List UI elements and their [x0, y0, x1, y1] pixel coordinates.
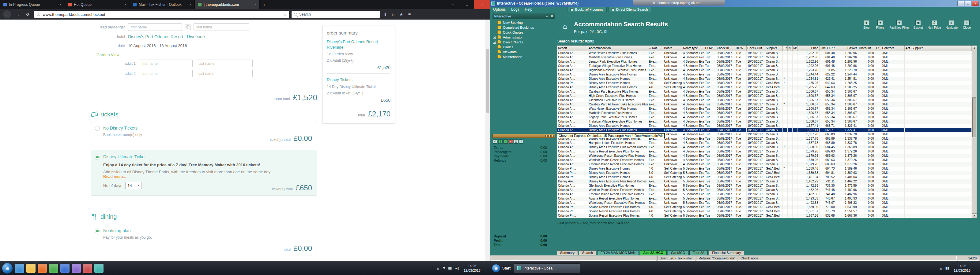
search-box[interactable] [291, 11, 380, 18]
result-row[interactable]: Orlando Ar... Aviana Resort Executive Pl… [557, 196, 972, 201]
result-row[interactable]: Orlando Pri... Disney Area Executive Hom… [557, 171, 972, 175]
column-header[interactable]: Check In [716, 46, 735, 51]
undo-icon[interactable]: ↺ [493, 139, 497, 144]
column-header[interactable]: Basket [836, 46, 858, 51]
toolbar-tool[interactable]: ▼ Filters [875, 20, 885, 29]
window-close-button[interactable]: × [474, 0, 490, 9]
result-row[interactable]: Orlando Ar... Disney Area Executive Plus… [557, 73, 972, 77]
toolbar-tool[interactable]: ► Navigate [946, 20, 958, 29]
tree-item[interactable]: + Maintenance [493, 54, 554, 59]
financial-panel-header[interactable] [492, 134, 555, 138]
booking-tab[interactable]: Tour 2A [689, 250, 708, 255]
search-input[interactable] [299, 12, 377, 16]
app-close-button[interactable]: × [972, 1, 979, 6]
bookmark-star-icon[interactable]: ☆ [283, 12, 286, 17]
result-row[interactable]: Orlando Ar... West Haven Executive Plus … [557, 107, 972, 111]
panel-button-icon[interactable] [546, 135, 547, 137]
tree-panel-header[interactable]: Interactive ▲ ✕ [492, 13, 555, 19]
column-header[interactable]: Discount [858, 46, 875, 51]
menu-item[interactable]: Options [493, 7, 506, 12]
result-row[interactable]: Orlando Ar... Disney Area Executive Plus… [557, 128, 972, 132]
tab-close-icon[interactable]: × [254, 2, 256, 7]
browser-tab[interactable]: Mail - Tex Fisher - Outlook × [130, 0, 195, 9]
column-header[interactable]: Supplier [765, 46, 783, 51]
page-scrollbar-thumb[interactable] [486, 49, 489, 113]
action-center-flag-icon[interactable]: ⚑ [442, 266, 445, 270]
pin-icon[interactable]: ◉ [652, 1, 655, 4]
result-row[interactable]: Orlando Ar... High Grove Executive Plus … [557, 94, 972, 98]
adult2-first-name-input[interactable] [139, 70, 192, 77]
result-row[interactable]: Orlando Ar... Disney Area Executive Plus… [557, 85, 972, 90]
forward-button[interactable]: → [13, 10, 21, 18]
result-row[interactable]: Orlando Pri... Disney Area Executive Hom… [557, 166, 972, 171]
back-button[interactable]: ← [3, 10, 11, 18]
read-more-link[interactable]: Read more... [103, 174, 126, 179]
tree-item[interactable]: + Completed Bookings [493, 25, 554, 30]
column-header[interactable]: Incl.FLPP [819, 46, 836, 51]
network-icon[interactable]: ▮▮ [448, 266, 452, 270]
money-icon[interactable]: $ [498, 139, 503, 144]
result-row[interactable]: Orlando Ar... Legacy Park Executive Plus… [557, 60, 972, 64]
result-row[interactable]: Orlando Pri... Solana Resort Executive P… [557, 209, 972, 213]
result-row[interactable]: Orlando Ar... Calabay Parc Executive Plu… [557, 90, 972, 94]
result-row[interactable]: Orlando Ar... Highlands Reserve Executiv… [557, 68, 972, 73]
adult2-last-name-input[interactable] [196, 70, 253, 77]
volume-icon[interactable]: ◄) [455, 266, 459, 270]
app-minimize-button[interactable]: – [957, 1, 964, 6]
column-header[interactable]: Accommodation [588, 46, 648, 51]
app-maximize-button[interactable]: □ [965, 1, 971, 6]
booking-tab[interactable]: Car MCO [668, 250, 689, 255]
result-row[interactable]: Orlando Ar... Trafalgar Village Executiv… [557, 120, 972, 124]
toolbar-tool[interactable]: ▼ Facilities Filter [889, 20, 909, 29]
page-scrollbar[interactable] [485, 19, 490, 261]
address-bar[interactable]: ⓘ www.themeparkbeds.com/checkout ☆ [34, 11, 289, 18]
tree-item[interactable]: + Direct Clients [493, 40, 554, 44]
result-row[interactable]: Orlando Ar... Windsor Palms Resort Execu… [557, 158, 972, 162]
result-row[interactable]: Orlando Ar... Calabay Parc At Tower Lake… [557, 102, 972, 107]
lead-first-name-input[interactable] [128, 23, 182, 31]
no-tickets-radio[interactable] [95, 126, 100, 131]
result-row[interactable]: Orlando Ar... Emerald Island Resort Exec… [557, 192, 972, 196]
taskbar-app-icon[interactable] [38, 264, 47, 273]
menu-icon[interactable]: ≡ [407, 12, 412, 17]
column-header[interactable]: Room type [682, 46, 704, 51]
result-row[interactable]: Orlando Ar... Disney Area Executive Home… [557, 77, 972, 81]
toolbar-tool[interactable]: ▣ Basket [913, 20, 923, 29]
column-header[interactable]: Price [797, 46, 819, 51]
tab-close-icon[interactable]: × [124, 2, 126, 7]
panel-button-icon[interactable] [549, 135, 550, 137]
column-header[interactable]: Of [875, 46, 881, 51]
downloads-icon[interactable]: ⬇ [382, 12, 388, 17]
result-row[interactable]: Orlando Ar... Watersong Resort Executive… [557, 154, 972, 158]
result-row[interactable]: Orlando Ar... Glenbrook Executive Plus H… [557, 183, 972, 188]
result-row[interactable]: Orlando Ar... Aviana Resort Executive Pl… [557, 149, 972, 154]
hidden-icons-chevron-icon[interactable]: ▲ [939, 266, 943, 270]
result-row[interactable]: Orlando Pri... Disney Area Executive Hom… [557, 81, 972, 85]
column-header[interactable]: Act. Supplier [904, 46, 972, 51]
toolbar-tool[interactable]: × Close [962, 20, 971, 29]
tree-close-icon[interactable]: ✕ [550, 15, 553, 18]
column-header[interactable]: DOW [735, 46, 746, 51]
page-info-icon[interactable]: ⓘ [37, 12, 40, 17]
running-task-button[interactable]: Interactive - Ocea... [514, 263, 580, 273]
column-header[interactable]: Check Out [746, 46, 765, 51]
start-button[interactable]: ⊞ [2, 263, 13, 274]
taskbar-app-icon[interactable] [83, 264, 92, 273]
browser-tab[interactable]: Hot Queue × [65, 0, 130, 9]
column-header[interactable]: ▽ Rat... [648, 46, 663, 51]
result-row[interactable]: Orlando Ar... Hampton Lakes Executive Ho… [557, 141, 972, 145]
result-row[interactable]: Orlando Pri... Solana Resort Executive P… [557, 213, 972, 218]
tree-collapse-icon[interactable]: ▲ [546, 15, 549, 18]
taskbar-app-icon[interactable] [15, 264, 24, 273]
result-row[interactable]: Orlando Ar... West Haven Executive Plus … [557, 51, 972, 55]
column-header[interactable]: DOW [704, 46, 716, 51]
home-icon[interactable]: ⌂ [391, 12, 396, 17]
table-scrollbar[interactable]: ▲ ▼ [972, 46, 977, 218]
scroll-down-icon[interactable]: ▼ [972, 213, 977, 218]
app-title-bar[interactable]: Interactive - Ocean-Florida (code: wJYM4… [490, 0, 980, 7]
browser-tab[interactable]: | themeparkbeds.com × [195, 0, 260, 9]
rdp-minimize-icon[interactable]: — [703, 1, 706, 5]
adult1-first-name-input[interactable] [139, 60, 192, 67]
tab-close-icon[interactable]: × [59, 2, 62, 7]
taskbar-clock[interactable]: 14:25 12/03/2016 [462, 264, 482, 273]
